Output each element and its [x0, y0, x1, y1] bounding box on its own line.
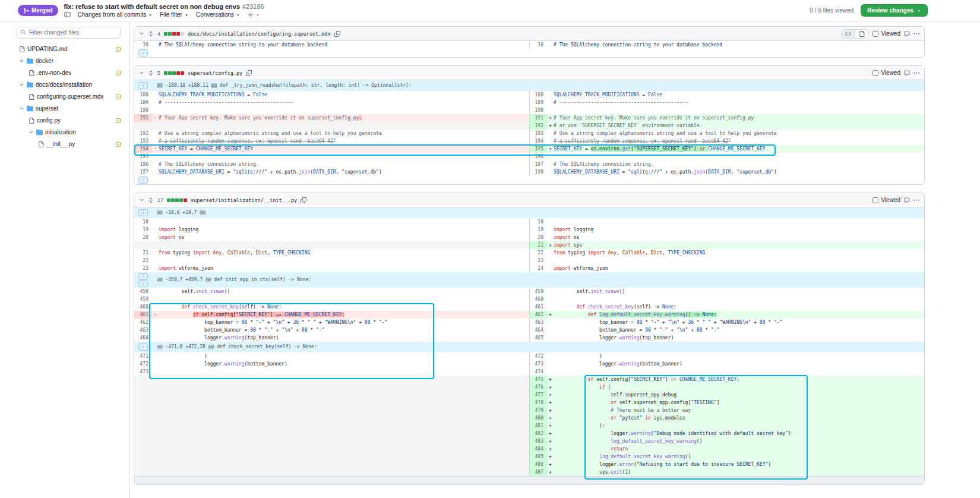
tree-file-UPDATING.md[interactable]: UPDATING.md	[17, 43, 121, 55]
line-number[interactable]: 188	[529, 91, 547, 99]
line-number[interactable]: 19	[529, 226, 547, 234]
line-number[interactable]: 195	[134, 153, 152, 160]
line-number[interactable]: 196	[529, 153, 547, 160]
line-number[interactable]: 465	[529, 334, 547, 342]
tree-folder-docs/docs/installation[interactable]: docs/docs/installation	[17, 79, 121, 91]
line-number[interactable]: 483	[529, 437, 547, 445]
line-number[interactable]: 192	[134, 130, 152, 137]
review-changes-button[interactable]: Review changes	[861, 4, 928, 17]
viewed-checkbox[interactable]	[872, 70, 878, 76]
line-number[interactable]: 23	[134, 264, 152, 272]
line-number[interactable]: 191	[529, 114, 547, 122]
viewed-toggle[interactable]: Viewed	[872, 30, 900, 37]
line-number[interactable]: 463	[529, 319, 547, 326]
line-number[interactable]: 484	[529, 445, 547, 453]
collapse-file-button[interactable]	[139, 70, 144, 75]
copy-path-button[interactable]	[301, 197, 306, 203]
line-number[interactable]: 194	[529, 137, 547, 145]
line-number[interactable]: 485	[529, 453, 547, 461]
line-number[interactable]: 487	[529, 468, 547, 476]
viewed-toggle[interactable]: Viewed	[872, 70, 900, 76]
line-number[interactable]: 459	[529, 288, 547, 295]
line-number[interactable]: 191	[134, 114, 152, 122]
file-path[interactable]: superset/config.py	[188, 70, 242, 76]
conversations-dropdown[interactable]: Conversations	[196, 11, 241, 18]
collapse-file-button[interactable]	[139, 197, 144, 203]
tree-folder-superset[interactable]: superset	[17, 103, 121, 115]
line-number[interactable]: 482	[529, 430, 547, 437]
file-path[interactable]: docs/docs/installation/configuring-super…	[188, 31, 331, 37]
line-number[interactable]: 18	[134, 218, 152, 226]
file-path[interactable]: superset/initialization/__init__.py	[191, 197, 297, 203]
source-view-button[interactable]	[842, 30, 855, 38]
line-number[interactable]: 479	[529, 406, 547, 414]
expand-down-button[interactable]: ↓	[138, 280, 148, 287]
line-number[interactable]: 461	[134, 311, 152, 319]
line-number[interactable]: 20	[134, 234, 152, 241]
file-menu-button[interactable]	[913, 197, 919, 203]
file-menu-button[interactable]	[913, 70, 919, 76]
tree-file-config.py[interactable]: config.py	[17, 115, 121, 127]
expand-hunk-button[interactable]: ↕	[138, 82, 148, 89]
line-number[interactable]: 472	[134, 360, 152, 368]
line-number[interactable]: 22	[529, 249, 547, 257]
line-number[interactable]: 480	[529, 414, 547, 422]
line-number[interactable]: 464	[134, 334, 152, 342]
line-number[interactable]: 193	[134, 137, 152, 145]
line-number[interactable]: 190	[529, 106, 547, 114]
tree-file-__init__.py[interactable]: __init__.py	[17, 138, 121, 150]
line-number[interactable]: 473	[529, 360, 547, 368]
line-number[interactable]: 472	[529, 352, 547, 360]
expand-hunk-button[interactable]: ↕	[138, 209, 148, 216]
line-number[interactable]: 21	[134, 249, 152, 257]
viewed-checkbox[interactable]	[872, 197, 878, 203]
line-number[interactable]: 486	[529, 461, 547, 468]
line-number[interactable]: 473	[134, 368, 152, 376]
line-number[interactable]: 198	[529, 168, 547, 176]
collapse-file-button[interactable]	[139, 31, 144, 36]
comment-icon-button[interactable]	[904, 197, 910, 203]
expand-down-button[interactable]: ↓	[138, 49, 148, 56]
line-number[interactable]: 192	[529, 122, 547, 130]
line-number[interactable]: 477	[529, 391, 547, 399]
line-number[interactable]: 30	[134, 41, 152, 49]
line-number[interactable]: 464	[529, 326, 547, 334]
line-number[interactable]: 189	[134, 99, 152, 106]
line-number[interactable]: 459	[134, 295, 152, 303]
comment-icon-button[interactable]	[904, 31, 910, 37]
copy-path-button[interactable]	[334, 31, 340, 37]
line-number[interactable]: 474	[529, 368, 547, 376]
expand-up-button[interactable]: ↑	[138, 273, 148, 280]
line-number[interactable]: 195	[529, 145, 547, 153]
line-number[interactable]: 461	[529, 303, 547, 311]
pane-layout-icon[interactable]	[64, 11, 71, 18]
line-number[interactable]: 197	[529, 160, 547, 168]
line-number[interactable]: 481	[529, 422, 547, 430]
tree-folder-initialization[interactable]: initialization	[17, 127, 121, 138]
line-number[interactable]: 24	[529, 264, 547, 272]
line-number[interactable]: 460	[529, 295, 547, 303]
line-number[interactable]: 460	[134, 303, 152, 311]
viewed-toggle[interactable]: Viewed	[872, 197, 900, 203]
diff-settings-dropdown[interactable]	[248, 12, 260, 18]
line-number[interactable]: 22	[134, 257, 152, 264]
line-number[interactable]: 20	[529, 234, 547, 241]
changes-from-commits-dropdown[interactable]: Changes from all commits	[78, 11, 153, 18]
line-number[interactable]: 193	[529, 130, 547, 137]
file-filter-dropdown[interactable]: File filter	[160, 11, 189, 18]
line-number[interactable]: 194	[134, 145, 152, 153]
tree-file-.env-non-dev[interactable]: .env-non-dev	[17, 67, 121, 79]
tree-file-configuring-superset.mdx[interactable]: configuring-superset.mdx	[17, 91, 121, 103]
line-number[interactable]: 188	[134, 91, 152, 99]
file-menu-button[interactable]	[913, 31, 919, 37]
line-number[interactable]: 476	[529, 383, 547, 391]
line-number[interactable]: 30	[529, 41, 547, 49]
rich-view-button[interactable]	[855, 30, 868, 38]
line-number[interactable]: 196	[134, 160, 152, 168]
line-number[interactable]: 197	[134, 168, 152, 176]
line-number[interactable]: 463	[134, 326, 152, 334]
line-number[interactable]: 475	[529, 376, 547, 383]
line-number[interactable]: 18	[529, 218, 547, 226]
line-number[interactable]: 23	[529, 257, 547, 264]
line-number[interactable]: 458	[134, 288, 152, 295]
